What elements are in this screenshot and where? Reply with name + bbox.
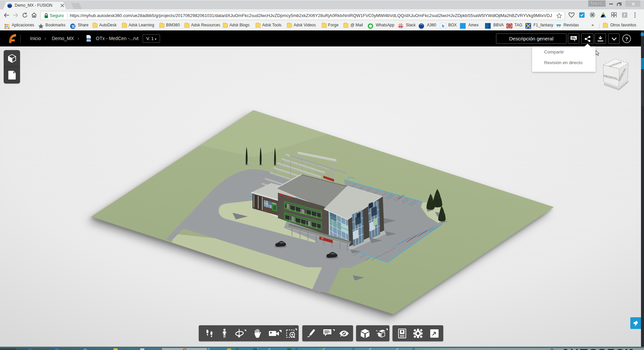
svg-text:TAG: TAG <box>508 25 511 27</box>
svg-text:?: ? <box>625 36 628 42</box>
svg-text:S: S <box>71 24 74 28</box>
svg-text:w: w <box>557 25 560 28</box>
svg-text:RVT: RVT <box>87 38 91 40</box>
svg-text:b: b <box>442 24 444 28</box>
